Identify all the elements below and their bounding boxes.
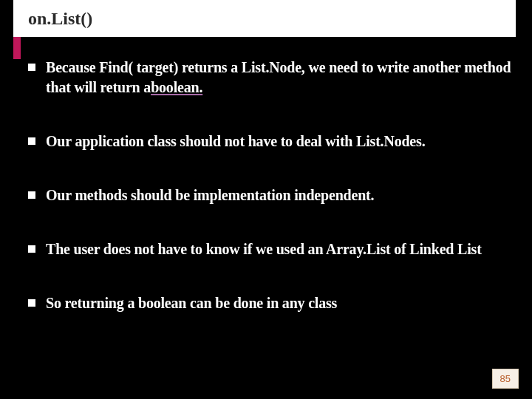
bullet-icon [28,137,35,145]
bullet-text: So returning a boolean can be done in an… [46,293,532,313]
slide-title: on.List() [28,9,92,29]
bullet-text: The user does not have to know if we use… [46,239,532,259]
list-item: Our methods should be implementation ind… [28,185,532,205]
bullet-text: Our methods should be implementation ind… [46,185,532,205]
bullet-icon [28,191,35,199]
list-item: Our application class should not have to… [28,132,532,151]
page-number-badge: 85 [492,369,519,389]
bullet-pre: Because Find( target) returns a List.Nod… [46,59,511,95]
list-item: Because Find( target) returns a List.Nod… [28,58,532,98]
content-area: Because Find( target) returns a List.Nod… [28,58,532,384]
bullet-em: boolean. [151,79,202,95]
list-item: The user does not have to know if we use… [28,239,532,259]
bullet-icon [28,64,35,71]
bullet-text: Our application class should not have to… [46,132,532,151]
bullet-icon [28,299,35,307]
accent-bar [13,37,21,59]
bullet-icon [28,245,35,253]
bullet-text: Because Find( target) returns a List.Nod… [46,58,532,98]
title-box: on.List() [13,0,516,37]
list-item: So returning a boolean can be done in an… [28,293,532,313]
